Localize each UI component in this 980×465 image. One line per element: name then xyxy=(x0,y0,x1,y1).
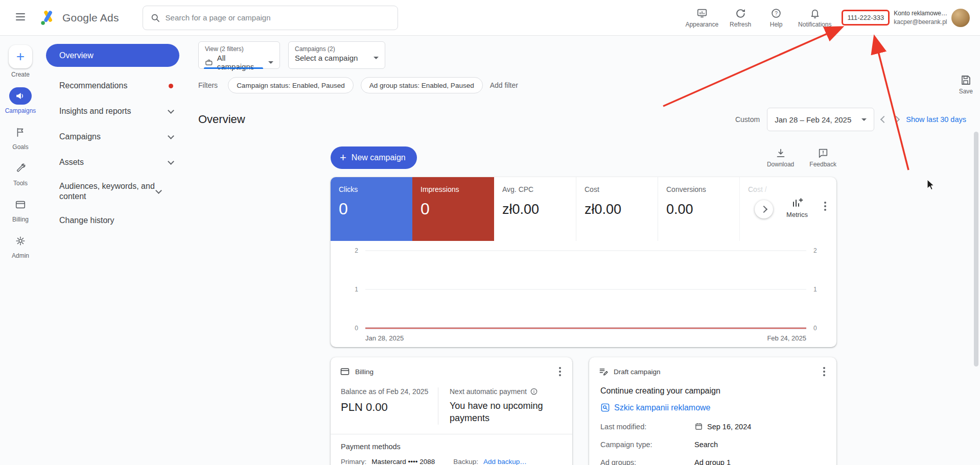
appearance-icon xyxy=(696,8,708,19)
filters-row: Filters Campaign status: Enabled, Paused… xyxy=(198,77,980,93)
metric-label: Conversions xyxy=(666,185,731,193)
filter-chip-ad-group-status[interactable]: Ad group status: Enabled, Paused xyxy=(361,77,483,93)
add-backup-link[interactable]: Add backup… xyxy=(483,458,527,465)
sidebar-item-audiences[interactable]: Audiences, keywords, and content xyxy=(46,175,179,208)
metric-card-clicks[interactable]: Clicks 0 xyxy=(331,177,412,241)
refresh-button[interactable]: Refresh xyxy=(724,6,757,30)
filter-chip-campaign-status[interactable]: Campaign status: Enabled, Paused xyxy=(228,77,354,93)
sidebar-item-insights-and-reports[interactable]: Insights and reports xyxy=(46,99,179,124)
account-email: kacper@beerank.pl xyxy=(894,18,947,26)
sidebar-item-campaigns[interactable]: Campaigns xyxy=(46,124,179,150)
sidebar-item-overview[interactable]: Overview xyxy=(46,44,179,67)
dropdown-arrow-icon xyxy=(374,57,379,59)
draft-campaign-icon xyxy=(598,366,609,377)
campaigns-icon xyxy=(9,87,32,105)
sidebar-item-recommendations[interactable]: Recommendations xyxy=(46,73,179,99)
account-id[interactable]: 111-222-333 xyxy=(842,10,890,26)
metrics-button[interactable]: Metrics xyxy=(786,197,808,218)
vertical-scrollbar[interactable] xyxy=(974,132,978,366)
selector-row: View (2 filters) All campaigns Campaigns… xyxy=(198,41,980,69)
show-last-30-days-link[interactable]: Show last 30 days xyxy=(906,115,966,124)
search-input[interactable] xyxy=(166,13,390,22)
rail-campaigns-label: Campaigns xyxy=(5,107,36,114)
global-search[interactable] xyxy=(143,6,398,30)
view-selector[interactable]: View (2 filters) All campaigns xyxy=(198,41,280,69)
view-selector-label: View (2 filters) xyxy=(205,45,273,53)
svg-text:0: 0 xyxy=(355,325,358,332)
chevron-down-icon xyxy=(168,158,174,165)
sidebar-assets-label: Assets xyxy=(59,157,169,167)
download-button[interactable]: Download xyxy=(767,148,794,168)
next-payment-label: Next automatic payment xyxy=(450,387,527,396)
chevron-down-icon xyxy=(168,107,174,114)
avatar[interactable] xyxy=(951,9,970,27)
save-icon xyxy=(960,74,972,86)
add-filter-button[interactable]: Add filter xyxy=(490,81,518,89)
svg-text:2: 2 xyxy=(813,247,817,254)
active-underline xyxy=(204,67,263,69)
draft-campaign-link-row[interactable]: Szkic kampanii reklamowe xyxy=(589,396,836,412)
panel-more-options-button[interactable] xyxy=(822,200,828,213)
refresh-label: Refresh xyxy=(730,21,751,28)
campaign-selector[interactable]: Campaigns (2) Select a campaign xyxy=(288,41,385,69)
menu-button[interactable] xyxy=(13,11,28,25)
billing-icon xyxy=(9,196,32,213)
metric-card-conversions[interactable]: Conversions 0.00 xyxy=(658,177,739,241)
rail-create-label: Create xyxy=(11,71,30,78)
metric-card-impressions[interactable]: Impressions 0 xyxy=(412,177,494,241)
goals-icon xyxy=(9,124,32,141)
appearance-button[interactable]: Appearance xyxy=(682,6,721,30)
notifications-button[interactable]: Notifications xyxy=(795,6,834,30)
draft-subtitle: Continue creating your campaign xyxy=(589,383,836,396)
left-rail: + Create Campaigns Goals Tools xyxy=(0,36,41,465)
account-name: Konto reklamowe… xyxy=(894,9,947,17)
feedback-icon xyxy=(818,148,829,159)
new-campaign-button[interactable]: + New campaign xyxy=(331,146,417,169)
page-header: Overview Custom Jan 28 – Feb 24, 2025 Sh… xyxy=(198,108,980,131)
previous-period-button[interactable] xyxy=(880,116,888,123)
save-button[interactable]: Save xyxy=(959,74,973,95)
rail-admin-label: Admin xyxy=(12,252,29,259)
metric-value: zł0.00 xyxy=(502,202,568,217)
next-metrics-button[interactable] xyxy=(755,200,773,218)
svg-text:0: 0 xyxy=(813,325,817,332)
appearance-label: Appearance xyxy=(685,21,718,28)
date-range-selector[interactable]: Jan 28 – Feb 24, 2025 xyxy=(767,108,874,131)
sidebar-change-history-label: Change history xyxy=(59,215,173,226)
feedback-button[interactable]: Feedback xyxy=(809,148,836,168)
help-button[interactable]: ? Help xyxy=(759,6,793,30)
metric-value: 0 xyxy=(339,200,404,218)
sidebar-item-assets[interactable]: Assets xyxy=(46,150,179,175)
draft-row-ad-groups: Ad groups: Ad group 1 xyxy=(589,458,836,465)
metrics-button-label: Metrics xyxy=(786,211,808,218)
row-value: Ad group 1 xyxy=(694,458,731,465)
draft-campaign-card: Draft campaign Continue creating your ca… xyxy=(589,357,836,465)
chevron-right-icon xyxy=(760,206,767,213)
row-label: Last modified: xyxy=(600,423,694,431)
draft-campaign-link[interactable]: Szkic kampanii reklamowe xyxy=(614,403,711,412)
row-value: Search xyxy=(694,440,718,449)
google-ads-app: Google Ads Appearance xyxy=(0,0,980,465)
date-mode-label: Custom xyxy=(735,115,760,124)
notifications-label: Notifications xyxy=(798,21,831,28)
rail-goals-label: Goals xyxy=(12,143,28,151)
billing-more-options-button[interactable] xyxy=(557,365,563,378)
main-content: View (2 filters) All campaigns Campaigns… xyxy=(188,36,980,465)
backup-label: Backup: xyxy=(453,458,478,465)
info-icon[interactable] xyxy=(530,387,538,396)
rail-item-tools[interactable]: Tools xyxy=(9,160,32,187)
rail-item-billing[interactable]: Billing xyxy=(9,196,32,223)
rail-item-goals[interactable]: Goals xyxy=(9,124,32,151)
metric-card-avg-cpc[interactable]: Avg. CPC zł0.00 xyxy=(494,177,576,241)
rail-item-campaigns[interactable]: Campaigns xyxy=(5,87,36,114)
rail-item-create[interactable]: + Create xyxy=(9,45,32,78)
row-value: Sep 16, 2024 xyxy=(707,423,751,431)
draft-more-options-button[interactable] xyxy=(821,365,827,378)
sidebar-item-change-history[interactable]: Change history xyxy=(46,208,179,233)
next-period-button[interactable] xyxy=(893,116,900,123)
metric-card-cost[interactable]: Cost zł0.00 xyxy=(576,177,658,241)
svg-text:?: ? xyxy=(775,10,778,16)
rail-item-admin[interactable]: Admin xyxy=(9,232,32,259)
google-ads-logo[interactable]: Google Ads xyxy=(39,9,119,27)
balance-value: PLN 0.00 xyxy=(341,401,438,414)
